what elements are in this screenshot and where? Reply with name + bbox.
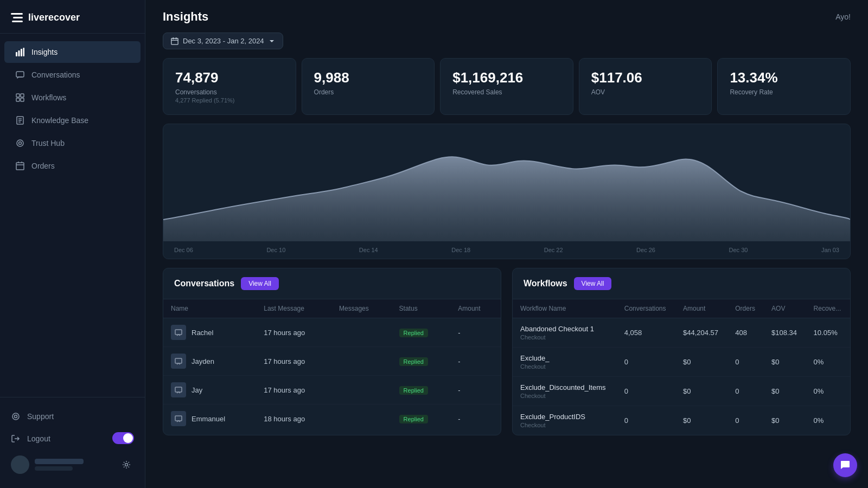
svg-point-23: [15, 415, 17, 418]
chat-bubble[interactable]: [833, 453, 857, 477]
conv-amount: -: [450, 347, 501, 376]
workflows-panel: Workflows View All Workflow Name Convers…: [512, 268, 851, 435]
svg-rect-32: [175, 387, 182, 392]
chat-icon: [840, 460, 851, 471]
wf-name-cell: Exclude_ProductIDS Checkout: [513, 406, 617, 435]
svg-rect-11: [21, 98, 24, 101]
col-messages: Messages: [331, 299, 392, 318]
conv-last-message: 17 hours ago: [256, 347, 331, 376]
stat-label-conversations: Conversations: [175, 88, 284, 96]
logout-toggle[interactable]: [112, 432, 134, 444]
workflows-view-all-button[interactable]: View All: [574, 277, 612, 290]
svg-rect-33: [175, 416, 182, 421]
sidebar-item-knowledge-base-label: Knowledge Base: [31, 116, 88, 125]
knowledge-base-icon: [15, 115, 25, 125]
conversations-table-title: Conversations: [174, 279, 234, 288]
conversations-table-header: Conversations View All: [163, 268, 501, 299]
chart-label-2: Dec 14: [359, 247, 378, 253]
logout-item[interactable]: Logout: [4, 427, 141, 450]
table-row[interactable]: Exclude_ Checkout 0 $0 0 $0 0%: [513, 348, 850, 377]
sidebar-item-workflows[interactable]: Workflows: [4, 87, 141, 108]
logo[interactable]: liverecover: [0, 0, 145, 34]
conv-messages: [331, 318, 392, 347]
col-last-message: Last Message: [256, 299, 331, 318]
wf-amount: $0: [675, 377, 727, 406]
conv-avatar: [171, 411, 186, 426]
svg-rect-30: [175, 330, 182, 335]
chart-label-1: Dec 10: [266, 247, 285, 253]
chart-label-6: Dec 30: [729, 247, 748, 253]
wf-orders: 0: [727, 348, 764, 377]
main-header: Insights Ayo!: [145, 0, 868, 28]
stat-value-orders: 9,988: [314, 69, 423, 86]
conv-name-cell: Rachel: [163, 318, 256, 347]
conv-amount: -: [450, 318, 501, 347]
workflows-table-title: Workflows: [524, 279, 567, 288]
sidebar-nav: Insights Conversations Workf: [0, 34, 145, 397]
conv-last-message: 17 hours ago: [256, 318, 331, 347]
wf-name: Exclude_Discounted_Items: [520, 383, 609, 391]
table-row[interactable]: Rachel 17 hours ago Replied -: [163, 318, 501, 347]
svg-rect-18: [16, 163, 24, 170]
sidebar-item-workflows-label: Workflows: [31, 93, 66, 102]
conv-name-cell: Jay: [163, 376, 256, 404]
table-row[interactable]: Exclude_Discounted_Items Checkout 0 $0 0…: [513, 377, 850, 406]
wf-orders: 0: [727, 377, 764, 406]
user-greeting: Ayo!: [835, 12, 851, 21]
sidebar-item-knowledge-base[interactable]: Knowledge Base: [4, 110, 141, 131]
conv-amount: -: [450, 376, 501, 404]
wf-recovery: 0%: [806, 406, 850, 435]
conv-avatar: [171, 325, 186, 340]
wf-name-cell: Exclude_ Checkout: [513, 348, 617, 377]
wf-conversations: 0: [617, 377, 675, 406]
wf-type: Checkout: [520, 334, 609, 341]
conv-name: Rachel: [192, 329, 213, 337]
wf-conversations: 0: [617, 348, 675, 377]
svg-rect-5: [21, 49, 22, 56]
wf-orders: 0: [727, 406, 764, 435]
svg-rect-4: [18, 50, 20, 56]
svg-rect-0: [11, 13, 23, 15]
svg-point-25: [125, 464, 128, 466]
wf-name: Abandoned Checkout 1: [520, 325, 609, 333]
wf-type: Checkout: [520, 393, 609, 399]
svg-point-22: [12, 413, 19, 420]
date-range-label: Dec 3, 2023 - Jan 2, 2024: [183, 37, 264, 45]
conversations-view-all-button[interactable]: View All: [241, 277, 279, 290]
wf-name: Exclude_ProductIDS: [520, 413, 609, 421]
support-item[interactable]: Support: [4, 406, 141, 427]
gear-button[interactable]: [119, 457, 134, 472]
stat-card-recovered-sales: $1,169,216 Recovered Sales: [440, 58, 573, 115]
table-row[interactable]: Abandoned Checkout 1 Checkout 4,058 $44,…: [513, 318, 850, 348]
conv-name: Emmanuel: [192, 415, 225, 423]
wf-type: Checkout: [520, 422, 609, 428]
wf-recovery: 10.05%: [806, 318, 850, 348]
sidebar-item-orders[interactable]: Orders: [4, 155, 141, 177]
wf-col-orders: Orders: [727, 299, 764, 318]
table-row[interactable]: Jayden 17 hours ago Replied -: [163, 347, 501, 376]
stat-card-orders: 9,988 Orders: [302, 58, 435, 115]
wf-recovery: 0%: [806, 348, 850, 377]
wf-type: Checkout: [520, 363, 609, 370]
stat-label-recovery-rate: Recovery Rate: [730, 88, 838, 96]
conv-name: Jayden: [192, 357, 214, 365]
wf-name: Exclude_: [520, 354, 609, 362]
stat-label-aov: AOV: [591, 88, 700, 96]
stat-value-conversations: 74,879: [175, 69, 284, 86]
col-status: Status: [392, 299, 451, 318]
date-range-picker[interactable]: Dec 3, 2023 - Jan 2, 2024: [163, 33, 283, 49]
wf-aov: $0: [764, 406, 806, 435]
trust-hub-icon: [15, 138, 25, 148]
sidebar-item-insights[interactable]: Insights: [4, 41, 141, 63]
table-row[interactable]: Jay 17 hours ago Replied -: [163, 376, 501, 404]
svg-rect-1: [13, 17, 23, 18]
svg-point-17: [19, 142, 22, 145]
conv-avatar: [171, 382, 186, 397]
sidebar-item-conversations[interactable]: Conversations: [4, 64, 141, 86]
sidebar-item-trust-hub[interactable]: Trust Hub: [4, 132, 141, 154]
table-row[interactable]: Emmanuel 18 hours ago Replied -: [163, 404, 501, 433]
svg-rect-3: [16, 52, 17, 56]
sidebar: liverecover Insights Conve: [0, 0, 145, 488]
table-row[interactable]: Exclude_ProductIDS Checkout 0 $0 0 $0 0%: [513, 406, 850, 435]
conv-amount: -: [450, 404, 501, 433]
